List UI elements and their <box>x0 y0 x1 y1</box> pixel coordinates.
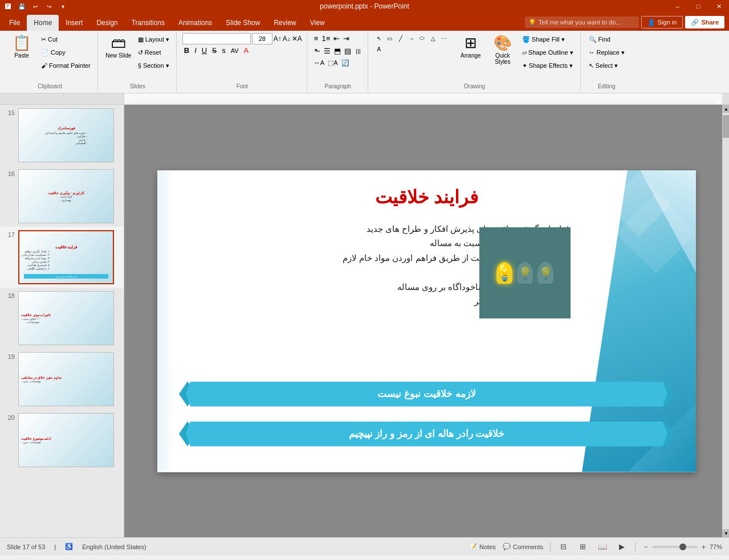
replace-button[interactable]: ↔ Replace▾ <box>587 46 627 59</box>
tab-transitions[interactable]: Transitions <box>125 15 172 31</box>
qat-save[interactable]: 💾 <box>16 1 27 12</box>
slide-thumbnail-17[interactable]: 17 فرایند خلاقیت ۱. ایجاد نگرش موافق ۲. … <box>0 227 124 288</box>
scroll-up-button[interactable]: ▲ <box>723 105 729 113</box>
tab-home[interactable]: Home <box>27 15 59 31</box>
slideshow-view-button[interactable]: ▶ <box>616 541 628 553</box>
select-button[interactable]: ↖ Select▾ <box>587 59 627 72</box>
reading-view-button[interactable]: 📖 <box>596 541 609 553</box>
text-box[interactable]: A <box>374 44 384 54</box>
font-grow-button[interactable]: A↑ <box>274 35 282 43</box>
main-slide[interactable]: فرایند خلاقیت ۱. ایجاد نگرش موافق برای پ… <box>157 170 696 472</box>
section-button[interactable]: § Section ▾ <box>136 59 172 72</box>
strikethrough-button[interactable]: S̶ <box>210 46 218 55</box>
line-tool[interactable]: ╱ <box>396 33 406 43</box>
oval-tool[interactable]: ⬭ <box>417 33 427 43</box>
arrow-tool[interactable]: → <box>406 33 417 43</box>
qat-redo[interactable]: ↪ <box>43 1 55 12</box>
char-spacing-button[interactable]: AV <box>229 47 241 54</box>
ribbon-group-font: 28 A↑ A↓ ✕A B I U S̶ s AV A Font <box>178 32 307 92</box>
comments-button[interactable]: 💬 Comments <box>503 543 543 550</box>
scroll-thumb[interactable] <box>723 115 729 138</box>
paste-button[interactable]: 📋 Paste <box>7 33 36 74</box>
sign-in-button[interactable]: 👤Sign in <box>641 16 683 28</box>
editing-area[interactable]: فرایند خلاقیت ۱. ایجاد نگرش موافق برای پ… <box>124 105 729 537</box>
text-direction-button[interactable]: ↔A <box>313 58 325 68</box>
shape-fill-icon: 🪣 <box>522 36 530 43</box>
tab-review[interactable]: Review <box>267 15 303 31</box>
format-painter-button[interactable]: 🖌 Format Painter <box>39 59 93 72</box>
font-color-button[interactable]: A <box>242 46 251 55</box>
zoom-thumb[interactable] <box>679 543 686 550</box>
tab-slideshow[interactable]: Slide Show <box>219 15 267 31</box>
bold-button[interactable]: B <box>182 46 191 55</box>
triangle-tool[interactable]: △ <box>428 33 438 43</box>
close-button[interactable]: ✕ <box>708 0 729 13</box>
italic-button[interactable]: I <box>193 46 198 55</box>
copy-button[interactable]: 📄 Copy <box>39 46 93 59</box>
editing-content: 🔍 Find ↔ Replace▾ ↖ Select▾ <box>587 33 627 82</box>
slide-thumbnail-20[interactable]: 20 ادامه موضوع خلاقیت توضیحات متن... <box>0 410 124 471</box>
font-shrink-button[interactable]: A↓ <box>283 35 291 43</box>
align-text-button[interactable]: ⬚A <box>327 58 339 68</box>
increase-indent-button[interactable]: ⇥ <box>342 33 351 44</box>
shape-outline-button[interactable]: ▱ Shape Outline▾ <box>520 46 576 59</box>
zoom-slider[interactable] <box>652 546 698 548</box>
convert-smartart-button[interactable]: 🔄 <box>340 58 351 68</box>
slide-thumbnail-19[interactable]: 19 تداوم ذهن خلاق در مخاطب توضیحات متن..… <box>0 349 124 410</box>
shape-fill-button[interactable]: 🪣 Shape Fill▾ <box>520 33 576 46</box>
tell-me-input[interactable]: 💡Tell me what you want to do... <box>525 17 639 28</box>
scroll-down-button[interactable]: ▼ <box>723 529 729 537</box>
slide-num-16: 16 <box>5 170 15 177</box>
normal-view-button[interactable]: ⊟ <box>557 541 570 553</box>
tab-animations[interactable]: Animations <box>172 15 219 31</box>
layout-button[interactable]: ▦ Layout ▾ <box>136 33 172 46</box>
bullet-list-button[interactable]: ≡ <box>313 33 320 44</box>
cut-button[interactable]: ✂ Cut <box>39 33 93 46</box>
zoom-in-button[interactable]: ＋ <box>700 542 707 552</box>
columns-button[interactable]: ⫼ <box>353 46 363 56</box>
slide-sorter-button[interactable]: ⊞ <box>577 541 589 553</box>
share-button[interactable]: 🔗Share <box>685 16 724 28</box>
minimize-button[interactable]: – <box>667 0 688 13</box>
align-left-button[interactable]: ⬑ <box>313 46 321 56</box>
font-name-box[interactable] <box>182 33 251 44</box>
slide-thumbnail-18[interactable]: 18 تاثیرات موثر خلاقیت ۱. خوش بینی... تو… <box>0 288 124 349</box>
slides-label: Slides <box>104 82 172 91</box>
slide-thumbnail-16[interactable]: 16 کاراوری: نوآوری خلاقیت - ارائه جنبه..… <box>0 166 124 227</box>
numbered-list-button[interactable]: 1≡ <box>320 33 331 44</box>
find-icon: 🔍 <box>589 36 597 43</box>
more-shapes[interactable]: ⋯ <box>439 33 449 43</box>
notes-button[interactable]: 📝 Notes <box>469 543 496 550</box>
reset-button[interactable]: ↺ Reset <box>136 46 172 59</box>
select-tool[interactable]: ↖ <box>374 33 384 43</box>
qat-customize[interactable]: ▾ <box>57 1 68 12</box>
tab-view[interactable]: View <box>303 15 332 31</box>
rect-tool[interactable]: ▭ <box>385 33 395 43</box>
slide-title[interactable]: فرایند خلاقیت <box>375 186 478 208</box>
font-size-box[interactable]: 28 <box>252 33 272 44</box>
clear-format-button[interactable]: ✕A <box>292 35 302 43</box>
new-slide-button[interactable]: 🗃 New Slide <box>104 33 133 74</box>
status-right: 📝 Notes 💬 Comments ⊟ ⊞ 📖 ▶ － ＋ 77% <box>469 541 722 553</box>
vertical-scrollbar[interactable]: ▲ ▼ <box>722 105 729 537</box>
shape-effects-button[interactable]: ✦ Shape Effects▾ <box>520 59 576 72</box>
tab-design[interactable]: Design <box>89 15 124 31</box>
clipboard-content: 📋 Paste ✂ Cut 📄 Copy 🖌 Format Painter <box>7 33 93 82</box>
slide-thumbnail-15[interactable]: 15 فهرستاندرک - حوزه های علوم طبیعی و اج… <box>0 105 124 166</box>
tab-file[interactable]: File <box>2 15 27 31</box>
qat-undo[interactable]: ↩ <box>30 1 41 12</box>
tab-insert[interactable]: Insert <box>59 15 89 31</box>
align-center-button[interactable]: ☰ <box>323 46 332 56</box>
zoom-out-button[interactable]: － <box>642 542 650 552</box>
slide-panel[interactable]: 15 فهرستاندرک - حوزه های علوم طبیعی و اج… <box>0 105 124 537</box>
quick-styles-button[interactable]: 🎨 Quick Styles <box>488 33 518 74</box>
find-button[interactable]: 🔍 Find <box>587 33 627 46</box>
restore-button[interactable]: □ <box>688 0 708 13</box>
arrange-button[interactable]: ⊞ Arrange <box>456 33 486 74</box>
underline-button[interactable]: U <box>200 46 209 55</box>
decrease-indent-button[interactable]: ⇤ <box>332 33 341 44</box>
zoom-level[interactable]: 77% <box>710 543 722 550</box>
justify-button[interactable]: ▤ <box>343 46 352 56</box>
text-shadow-button[interactable]: s <box>220 46 227 55</box>
align-right-button[interactable]: ⬒ <box>333 46 342 56</box>
